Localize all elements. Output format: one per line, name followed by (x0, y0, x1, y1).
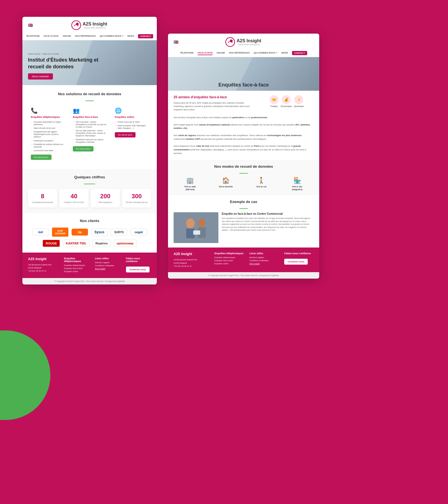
solution-tel-list: 40 postes disponibles en région parisien… (31, 120, 64, 152)
stats-title: Quelques chiffres (28, 175, 151, 179)
right-footer-col-utiles: Liens utiles Mentions légales Conditions… (249, 252, 279, 268)
dynamique-label: Dynamique (294, 105, 304, 107)
years-section: 25 années d'enquêtes face-à-face Depuis … (168, 91, 319, 116)
footer-link-face[interactable]: Enquêtes face-à-face (64, 267, 89, 269)
right-nav-news[interactable]: NEWS (281, 51, 288, 55)
right-nav-contact-btn[interactable]: CONTACT (292, 51, 307, 55)
footer-link-ares[interactable]: Ares Insight (95, 268, 120, 270)
right-footer-grid: A2S Insight 149 Boulevard Gabriel Péri92… (174, 252, 314, 268)
right-footer-link-face[interactable]: Enquêtes face-à-face (214, 260, 244, 262)
solutions-divider (85, 101, 94, 101)
mode-situ-icon: 🏪 (281, 177, 314, 184)
footer-grid: A2S Insight 149 Boulevard Gabriel Péri92… (28, 257, 151, 274)
case-image (174, 212, 218, 243)
footer-link-mentions[interactable]: Mentions légales (95, 262, 120, 263)
nav-who[interactable]: QUI SOMMES-NOUS ? (100, 34, 123, 38)
svg-point-2 (226, 38, 235, 46)
online-learn-more-btn[interactable]: En savoir plus (115, 132, 136, 137)
nav-online[interactable]: ONLINE (62, 34, 71, 38)
footer-col2-title: Liens utiles (95, 257, 120, 260)
solution-telephone: 📞 Enquêtes téléphoniques 40 postes dispo… (28, 104, 67, 163)
stat-number-enqueteurs: 200 (93, 193, 118, 200)
right-footer-link-conditions[interactable]: Conditions d'utilisation (249, 260, 279, 262)
right-hero: Enquêtes face-à-face (168, 57, 319, 91)
client-opinion: opinionway (114, 240, 137, 247)
list-item: Possibilité de solution offshore sur dem… (31, 143, 64, 149)
list-item: Fichier fourni par le client (115, 120, 148, 124)
right-nav-face[interactable]: FACE-À-FACE (198, 51, 213, 55)
mode-salle-icon: 🏢 (174, 177, 207, 184)
mode-salle: 🏢 Test en salle(Hall test) (174, 177, 207, 191)
mode-salle-label: Test en salle(Hall test) (174, 185, 207, 191)
pratique-label: Pratique (270, 105, 279, 107)
icon-economique: 💰 Économique (281, 95, 292, 107)
case-study-title: Enquête en face-à-face en Centre Commerc… (222, 212, 314, 215)
logo-wrapper: A2S Insight DATA FOR GROWTH (71, 20, 107, 30)
modes-section: Nos modes de recueil de données 🏢 Test e… (168, 160, 319, 195)
bg-green-shape (0, 330, 50, 420)
footer-logo-area: A2S Insight 149 Boulevard Gabriel Péri92… (28, 257, 59, 274)
solution-online-title: Enquêtes online (115, 116, 148, 118)
mode-situ-label: Test in situ(magasins) (281, 185, 314, 191)
solution-online: 🌐 Enquêtes online Fichier fourni par le … (112, 104, 151, 163)
right-footer-link-online[interactable]: Enquêtes online (214, 263, 244, 265)
case-divider (239, 208, 248, 209)
nav-references[interactable]: NOS RÉFÉRENCES (75, 34, 96, 38)
stat-number-terrains: 300 (124, 193, 149, 200)
solutions-grid: 📞 Enquêtes téléphoniques 40 postes dispo… (28, 104, 151, 163)
list-item: 40 postes disponibles en région parisien… (31, 120, 64, 126)
dynamique-icon: ⚡ (294, 95, 303, 104)
left-logo-sub: DATA FOR GROWTH (83, 27, 107, 29)
right-logo-sub: DATA FOR GROWTH (237, 43, 261, 46)
pages-container: 🇬🇧 A2S Insight DATA FOR GROWTH TÉLÉPHONE (0, 0, 448, 301)
client-reperes: Repères (92, 240, 111, 247)
right-footer-contact-btn[interactable]: Contactez-nous (284, 259, 308, 265)
right-nav-telephone[interactable]: TÉLÉPHONE (180, 51, 194, 55)
logo-svg (71, 20, 81, 30)
right-footer-link-ares[interactable]: Ares Insight (249, 263, 279, 265)
stat-label-consultants: Consultants permanents (30, 201, 55, 204)
footer-address: 149 Boulevard Gabriel Péri92240 Malakoff… (28, 263, 59, 273)
nav-telephone[interactable]: TÉLÉPHONE (26, 34, 40, 38)
footer-link-online[interactable]: Enquêtes online (64, 270, 89, 272)
right-nav-online[interactable]: ONLINE (216, 51, 225, 55)
modes-title: Nos modes de recueil de données (174, 164, 314, 169)
left-footer-bottom: © Copyright Ares/A2S Insight 2021 | Tous… (22, 278, 157, 284)
footer-link-conditions[interactable]: Conditions d'utilisation (95, 265, 120, 267)
left-logo-text: A2S Insight (83, 22, 107, 26)
client-surys: SURYS (111, 229, 127, 236)
stats-section: Quelques chiffres 8 Consultants permanen… (22, 169, 157, 213)
hero-cta-btn[interactable]: Nous contacter (28, 73, 53, 80)
right-page-card: 🇬🇧 A2S Insight DATA FOR GROWTH TÉLÉPHONE (168, 34, 319, 279)
right-header: 🇬🇧 A2S Insight DATA FOR GROWTH TÉLÉPHONE (168, 34, 319, 57)
nav-news[interactable]: NEWS (127, 34, 134, 38)
footer-contact-btn[interactable]: Contactez-nous (126, 267, 150, 272)
left-header: 🇬🇧 A2S Insight DATA FOR GROWTH TÉLÉPHONE (22, 17, 157, 40)
right-nav-who[interactable]: QUI SOMMES-NOUS ? (254, 51, 277, 55)
right-footer-address: 149 Boulevard Gabriel Péri92240 Malakoff… (174, 258, 209, 268)
case-card: Enquête en face-à-face en Centre Commerc… (174, 212, 314, 243)
list-item: Partenaires européens (31, 139, 64, 143)
years-title: 25 années d'enquêtes face-à-face (174, 95, 254, 99)
mode-domicile: 🏠 Test à domicile (209, 177, 242, 191)
right-footer: A2S Insight 149 Boulevard Gabriel Péri92… (168, 248, 319, 272)
tel-learn-more-btn[interactable]: En savoir plus (31, 155, 52, 160)
right-logo-wrapper: A2S Insight DATA FOR GROWTH (225, 37, 261, 47)
footer-col3-title: Faites-nous confiance (126, 257, 151, 263)
left-copyright: © Copyright Ares/A2S Insight 2021 | Tous… (54, 280, 125, 282)
right-copyright: © Copyright Ares/A2S Insight 2021 | Tous… (208, 274, 279, 276)
solutions-section: Nos solutions de recueil de données 📞 En… (22, 85, 157, 169)
right-nav-references[interactable]: NOS RÉFÉRENCES (229, 51, 250, 55)
nav-face[interactable]: FACE-À-FACE (44, 34, 59, 38)
right-flag-icon: 🇬🇧 (174, 40, 178, 44)
stat-enqueteurs: 200 Télé enquêteurs (91, 189, 120, 207)
left-nav-bar: TÉLÉPHONE FACE-À-FACE ONLINE NOS RÉFÉREN… (28, 32, 151, 40)
footer-link-tel[interactable]: Enquêtes téléphoniques (64, 264, 89, 266)
right-footer-logo-area: A2S Insight 149 Boulevard Gabriel Péri92… (174, 252, 209, 268)
right-nav-bar: TÉLÉPHONE FACE-À-FACE ONLINE NOS RÉFÉREN… (174, 49, 314, 57)
right-footer-link-mentions[interactable]: Mentions légales (249, 256, 279, 258)
face-learn-more-btn[interactable]: En savoir plus (73, 146, 94, 151)
right-footer-link-tel[interactable]: Enquêtes téléphoniques (214, 256, 244, 258)
header-top: 🇬🇧 A2S Insight DATA FOR GROWTH (28, 20, 151, 30)
nav-contact-btn[interactable]: CONTACT (138, 34, 153, 38)
